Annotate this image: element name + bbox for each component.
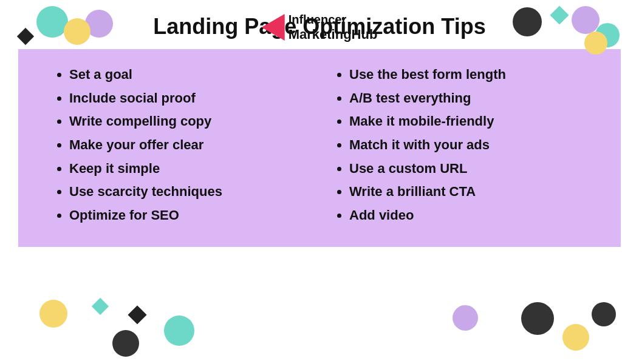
left-list: Set a goal Include social proof Write co… <box>55 66 310 230</box>
deco-dark-bottom-right2 <box>592 302 616 326</box>
list-item: Use a custom URL <box>349 160 590 178</box>
list-item: Write a brilliant CTA <box>349 183 590 201</box>
list-item: Add video <box>349 207 590 224</box>
deco-teal-bottom-left2 <box>164 315 194 346</box>
content-area: Set a goal Include social proof Write co… <box>18 49 621 247</box>
right-list: Use the best form length A/B test everyt… <box>335 66 590 230</box>
list-item: Make it mobile-friendly <box>349 113 590 130</box>
logo: Influencer MarketingHub <box>262 12 378 42</box>
deco-dark-bottom-left <box>112 330 139 357</box>
list-item: Write compelling copy <box>69 113 310 130</box>
deco-black-diamond-bottom <box>128 305 146 324</box>
deco-purple-bottom-right <box>453 305 478 331</box>
deco-dark-bottom-right <box>521 302 554 335</box>
list-item: Use the best form length <box>349 66 590 84</box>
deco-yellow-bottom-left <box>39 300 67 328</box>
logo-arrow-icon <box>262 14 285 41</box>
list-item: Optimize for SEO <box>69 207 310 224</box>
page: Landing Page Optimization Tips Set a goa… <box>0 0 639 364</box>
list-item: Match it with your ads <box>349 136 590 154</box>
logo-line1: Influencer <box>289 12 378 27</box>
deco-teal-diamond-bottom <box>92 298 109 315</box>
list-item: Set a goal <box>69 66 310 84</box>
list-item: A/B test everything <box>349 90 590 107</box>
list-item: Include social proof <box>69 90 310 107</box>
list-item: Make your offer clear <box>69 136 310 154</box>
list-item: Keep it simple <box>69 160 310 178</box>
logo-text: Influencer MarketingHub <box>289 12 378 42</box>
list-item: Use scarcity techniques <box>69 183 310 201</box>
logo-line2: MarketingHub <box>289 27 378 42</box>
deco-yellow-bottom-right <box>562 324 589 351</box>
